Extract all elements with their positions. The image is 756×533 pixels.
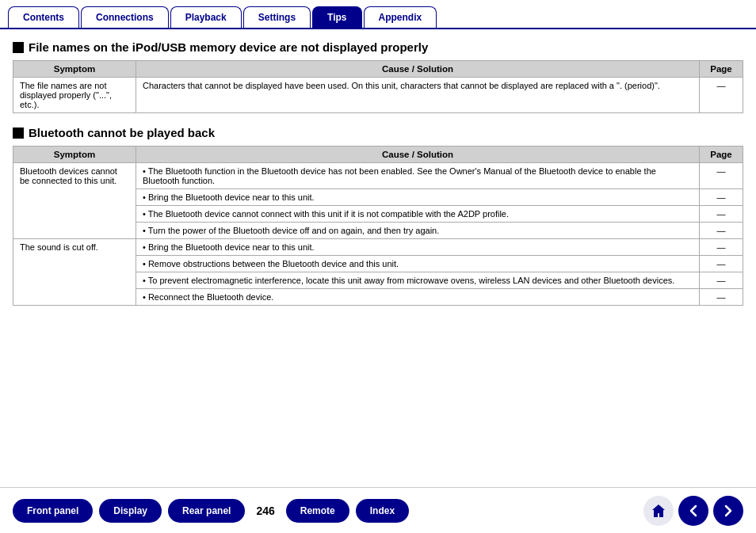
bt-header-symptom: Symptom [13,147,136,163]
bt-cause-2-2: • Remove obstructions between the Blueto… [136,256,700,272]
section-bluetooth-title: Bluetooth cannot be played back [13,126,743,139]
home-button[interactable] [643,496,674,526]
ipod-table: Symptom Cause / Solution Page The file n… [13,60,743,113]
bt-cause-1-4: • Turn the power of the Bluetooth device… [136,223,700,239]
main-content: File names on the iPod/USB memory device… [0,29,756,326]
bt-page-1-4: — [700,223,743,239]
bt-page-1-3: — [700,206,743,223]
bt-page-1-1: — [700,163,743,189]
display-button[interactable]: Display [99,499,162,523]
bt-cause-1-3: • The Bluetooth device cannot connect wi… [136,206,700,223]
ipod-header-cause: Cause / Solution [136,61,700,78]
bt-header-page: Page [700,147,743,163]
rear-panel-button[interactable]: Rear panel [168,499,245,523]
bt-symptom-2: The sound is cut off. [13,239,136,306]
bottom-navigation: Front panel Display Rear panel 246 Remot… [0,487,756,533]
back-arrow-icon [686,504,701,518]
ipod-page-1: — [700,78,743,113]
tab-connections[interactable]: Connections [81,6,169,28]
page-number: 246 [256,504,274,517]
bottom-nav-right [643,496,743,526]
section-marker-icon [13,42,24,53]
bt-page-2-1: — [700,239,743,256]
bt-cause-2-4: • Reconnect the Bluetooth device. [136,289,700,306]
bt-cause-1-1: • The Bluetooth function in the Bluetoot… [136,163,700,189]
bt-page-2-4: — [700,289,743,306]
section-bluetooth-title-text: Bluetooth cannot be played back [29,126,215,139]
tab-contents[interactable]: Contents [8,6,79,28]
bluetooth-table: Symptom Cause / Solution Page Bluetooth … [13,146,743,306]
section-ipod-title: File names on the iPod/USB memory device… [13,40,743,54]
bt-page-2-2: — [700,256,743,272]
table-row: The file names are not displayed properl… [13,78,743,113]
remote-button[interactable]: Remote [286,499,349,523]
forward-button[interactable] [713,496,743,526]
ipod-cause-1: Characters that cannot be displayed have… [136,78,700,113]
ipod-symptom-1: The file names are not displayed properl… [13,78,136,113]
bt-symptom-1: Bluetooth devices cannot be connected to… [13,163,136,239]
tab-playback[interactable]: Playback [170,6,242,28]
tab-appendix[interactable]: Appendix [364,6,437,28]
section-ipod-title-text: File names on the iPod/USB memory device… [29,40,428,54]
index-button[interactable]: Index [356,499,409,523]
bt-cause-1-2: • Bring the Bluetooth device near to thi… [136,189,700,206]
home-icon [651,503,666,519]
back-button[interactable] [678,496,708,526]
section-marker-icon-2 [13,128,24,139]
bt-page-1-2: — [700,189,743,206]
table-row: Bluetooth devices cannot be connected to… [13,163,743,189]
ipod-header-page: Page [700,61,743,78]
nav-tabs: Contents Connections Playback Settings T… [0,0,756,29]
bottom-nav-left: Front panel Display Rear panel 246 Remot… [13,499,409,523]
tab-settings[interactable]: Settings [243,6,311,28]
bt-page-2-3: — [700,272,743,289]
ipod-header-symptom: Symptom [13,61,136,78]
front-panel-button[interactable]: Front panel [13,499,93,523]
table-row: The sound is cut off. • Bring the Blueto… [13,239,743,256]
forward-arrow-icon [721,504,735,518]
bt-header-cause: Cause / Solution [136,147,700,163]
bt-cause-2-3: • To prevent electromagnetic interferenc… [136,272,700,289]
tab-tips[interactable]: Tips [312,6,361,28]
bt-cause-2-1: • Bring the Bluetooth device near to thi… [136,239,700,256]
